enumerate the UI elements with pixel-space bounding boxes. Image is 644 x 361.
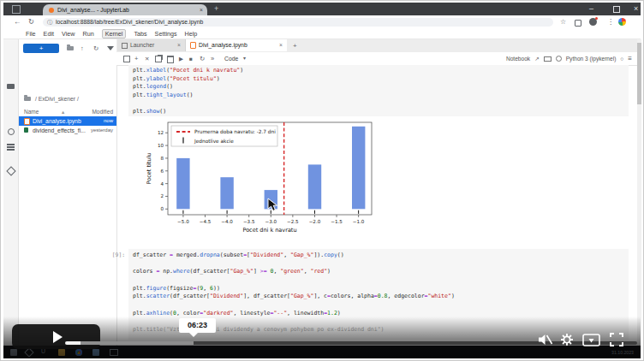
upload-icon[interactable]: ↑ bbox=[80, 44, 84, 53]
code-line[interactable] bbox=[133, 260, 629, 269]
add-tab-icon[interactable]: + bbox=[293, 39, 297, 52]
tab-notebook-active[interactable]: Divi_analyse.ipynb × bbox=[186, 39, 287, 51]
extension-icon[interactable] bbox=[575, 20, 581, 27]
sort-icon: ▴ bbox=[62, 107, 64, 116]
close-tab-icon[interactable]: × bbox=[177, 39, 181, 51]
cell-type-select[interactable]: Code bbox=[224, 52, 238, 65]
toolbar-right-group: Notebook ↗ Python 3 (ipykernel) ○ ≡ bbox=[506, 52, 632, 65]
paste-cell-icon[interactable] bbox=[167, 56, 174, 63]
code-line[interactable] bbox=[133, 301, 629, 310]
svg-text:10: 10 bbox=[158, 143, 164, 148]
kernel-name[interactable]: Python 3 (ipykernel) bbox=[566, 56, 617, 62]
filter-icon[interactable] bbox=[107, 46, 114, 50]
running-kernels-icon[interactable] bbox=[8, 128, 15, 135]
new-folder-icon[interactable] bbox=[67, 44, 74, 53]
pip-icon[interactable] bbox=[582, 334, 601, 346]
folder-yellow-icon[interactable] bbox=[58, 349, 65, 356]
window-close-icon[interactable]: × bbox=[634, 3, 638, 15]
browser-scrollbar[interactable] bbox=[637, 39, 641, 346]
code-line[interactable]: plt.tight_layout() bbox=[133, 92, 629, 100]
document-tabbar: Launcher × Divi_analyse.ipynb × + bbox=[116, 39, 637, 53]
code-line[interactable]: colors = np.where(df_scatter["Gap_%"] >=… bbox=[133, 268, 629, 276]
code-line[interactable] bbox=[133, 100, 629, 109]
new-launcher-button[interactable]: + bbox=[23, 44, 59, 53]
settings-gear-icon[interactable] bbox=[560, 333, 574, 346]
cut-cell-icon[interactable]: ✕ bbox=[145, 52, 149, 65]
bookmark-star-icon[interactable]: ☆ bbox=[560, 15, 566, 28]
play-button[interactable] bbox=[12, 324, 100, 349]
taskbar-clock[interactable]: 31.10.2023 bbox=[611, 350, 634, 355]
breadcrumb[interactable]: / ExDivi_skener / bbox=[24, 96, 113, 102]
tab-close-icon[interactable]: × bbox=[200, 4, 203, 15]
menu-settings[interactable]: Settings bbox=[155, 30, 177, 38]
back-icon[interactable]: ← bbox=[14, 15, 21, 28]
reload-icon[interactable]: ↻ bbox=[28, 15, 34, 28]
add-cell-icon[interactable]: + bbox=[134, 52, 138, 65]
seekbar-progress[interactable] bbox=[65, 341, 80, 345]
menu-tabs[interactable]: Tabs bbox=[134, 30, 146, 38]
table-of-contents-icon[interactable] bbox=[7, 144, 15, 145]
column-modified[interactable]: Modified bbox=[92, 107, 113, 116]
file-browser-icon[interactable] bbox=[7, 84, 15, 89]
window-minimize-icon[interactable]: – bbox=[589, 3, 593, 15]
profile-icon[interactable] bbox=[618, 18, 626, 26]
menu-kernel[interactable]: Kernel bbox=[102, 29, 127, 38]
toolbar-menu-icon[interactable]: ≡ bbox=[628, 55, 632, 62]
menu-help[interactable]: Help bbox=[185, 30, 198, 38]
chrome-icon[interactable] bbox=[75, 349, 82, 356]
code-line[interactable]: plt.scatter(df_scatter["Dividend"], df_s… bbox=[133, 293, 629, 301]
browser-menu-icon[interactable]: ⋮ bbox=[607, 15, 614, 28]
app-icon[interactable]: U bbox=[41, 348, 45, 354]
menu-edit[interactable]: Edit bbox=[44, 30, 54, 38]
code-line[interactable] bbox=[133, 276, 629, 285]
code-line[interactable]: df_scatter = merged.dropna(subset=["Divi… bbox=[133, 252, 629, 260]
url-bar[interactable]: ⓘ localhost:8888/lab/tree/ExDivi_skener/… bbox=[43, 18, 553, 27]
code-line[interactable]: plt.show() bbox=[133, 108, 629, 116]
copy-cell-icon[interactable] bbox=[155, 56, 162, 62]
file-browser-panel: + ↑ ↻ / ExDivi_skener / Name ▴ Modified … bbox=[19, 39, 117, 346]
restart-kernel-icon[interactable]: ↻ bbox=[200, 52, 205, 65]
save-icon[interactable] bbox=[123, 56, 130, 62]
seekbar-hover[interactable] bbox=[80, 341, 194, 345]
mute-icon[interactable] bbox=[538, 334, 553, 346]
stop-kernel-icon[interactable]: ■ bbox=[189, 52, 193, 65]
windows-taskbar: U 31.10.2023 bbox=[3, 346, 641, 358]
code-line[interactable]: plt.figure(figsize=(9, 6)) bbox=[133, 285, 629, 293]
kernel-status-icon: ○ bbox=[620, 56, 623, 62]
run-cell-icon[interactable]: ▶ bbox=[179, 52, 183, 65]
new-tab-icon[interactable]: + bbox=[214, 3, 218, 15]
menu-view[interactable]: View bbox=[62, 30, 75, 38]
code-line[interactable]: plt.ylabel("Pocet titulu") bbox=[133, 75, 629, 84]
avatar-icon[interactable] bbox=[589, 18, 597, 26]
fullscreen-icon[interactable] bbox=[610, 333, 623, 346]
menu-run[interactable]: Run bbox=[82, 30, 93, 38]
svg-text:8: 8 bbox=[160, 156, 164, 161]
code-line[interactable]: plt.legend() bbox=[133, 83, 629, 92]
folder-blue-icon[interactable] bbox=[92, 349, 99, 356]
refresh-files-icon[interactable]: ↻ bbox=[93, 44, 98, 53]
code-cell-1[interactable]: plt.xlabel("Pocet dni k navratu")plt.yla… bbox=[128, 65, 629, 116]
site-info-icon[interactable]: ⓘ bbox=[47, 18, 52, 27]
run-all-icon[interactable]: » bbox=[211, 52, 214, 65]
close-tab-icon[interactable]: × bbox=[279, 39, 283, 51]
breadcrumb-path: / ExDivi_skener / bbox=[35, 96, 79, 102]
tab-launcher[interactable]: Launcher × bbox=[117, 39, 186, 51]
launch-icon[interactable]: ↗ bbox=[534, 56, 540, 62]
window-maximize-icon[interactable] bbox=[613, 6, 620, 13]
file-row[interactable]: dividend_effects_fi... yesterday bbox=[19, 126, 116, 135]
menu-file[interactable]: File bbox=[26, 30, 36, 38]
column-name[interactable]: Name bbox=[24, 107, 39, 116]
launcher-tab-label: Launcher bbox=[130, 39, 154, 51]
window-app-icon[interactable] bbox=[110, 349, 118, 356]
file-name: dividend_effects_fi... bbox=[33, 126, 86, 135]
file-explorer-icon[interactable] bbox=[10, 349, 17, 356]
command-palette-icon[interactable] bbox=[544, 56, 552, 62]
file-row-selected[interactable]: Divi_analyse.ipynb now bbox=[19, 116, 116, 126]
kernel-settings-icon[interactable] bbox=[556, 56, 562, 62]
code-line[interactable]: plt.xlabel("Pocet dni k navratu") bbox=[133, 67, 629, 75]
svg-text:−1.0: −1.0 bbox=[353, 219, 365, 224]
extension-manager-icon[interactable] bbox=[6, 166, 15, 175]
scrollbar-thumb[interactable] bbox=[637, 43, 641, 104]
browser-tab[interactable]: Divi_analyse... - JupyterLab × bbox=[43, 4, 207, 15]
code-line[interactable]: plt.axhline(0, color="darkred", linestyl… bbox=[133, 310, 629, 318]
